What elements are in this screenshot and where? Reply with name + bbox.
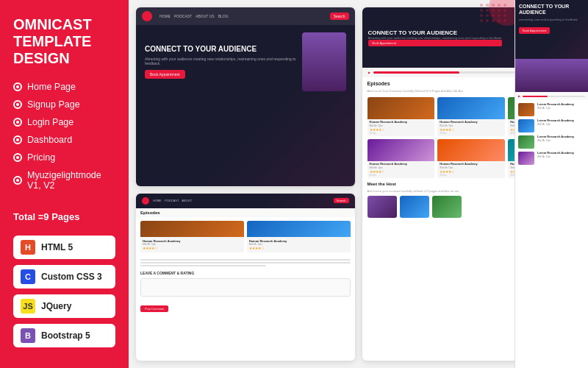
html5-icon: H [21,240,35,255]
ep-grid-meta-5: 40 Eps [440,174,503,177]
hero-logo [142,11,152,21]
right-panel: HOME PODCAST ABOUT US BLOG Search CONNEC… [129,0,588,368]
ep-card-info-1: Human Research Academy With Mr. Tyler ★★… [140,237,244,252]
audio-play-icon[interactable]: ▶ [368,71,370,74]
ep-grid-info-5: Human Research Academy With Mr. Tyler ★★… [437,161,505,178]
nav-dot-home [13,82,22,91]
ep-text-block [136,256,355,269]
nav-item-pricing[interactable]: Pricing [13,152,115,163]
rsb-cta[interactable]: Book Appointment [519,27,550,34]
rsb-card-list: Lorem Research Academy With Mr. Tyler Lo… [515,100,588,168]
hero-heading: CONNECT TO YOUR AUDIENCE [145,45,296,54]
ep-card-info-2: Human Research Academy With Mr. Tyler ★★… [247,237,351,252]
ep-line-3 [140,265,266,266]
ep-grid-meta-2: 40 Eps [440,132,503,135]
rsb-card-3: Lorem Research Academy With Mr. Tyler [518,135,585,149]
ep-grid-info-2: Human Research Academy With Mr. Tyler ★★… [437,119,505,136]
rsb-card-sub-3: With Mr. Tyler [537,139,585,142]
ep-card-1: Human Research Academy With Mr. Tyler ★★… [140,221,244,252]
nav-label-login: Login Page [27,117,74,127]
nav-item-myuzi[interactable]: Myuzigelightmode V1, V2 [13,170,115,191]
hero-text: CONNECT TO YOUR AUDIENCE Attracting with… [145,45,296,79]
ep-comment-box[interactable] [140,278,351,297]
ep-nav-header: HOME PODCAST ABOUT Search [136,194,355,208]
badge-css: C Custom CSS 3 [13,265,115,289]
ep-grid-img-2 [437,97,505,119]
tech-badges: H HTML 5 C Custom CSS 3 JS JQuery B Boot… [13,236,115,347]
rsb-card-info-3: Lorem Research Academy With Mr. Tyler [537,135,585,142]
nav-item-signup[interactable]: Signup Page [13,99,115,110]
ep-grid-card-5: Human Research Academy With Mr. Tyler ★★… [437,139,505,178]
nav-dot-dashboard [13,135,22,144]
nav-dot-pricing [13,153,22,162]
host-img-3 [432,196,462,218]
ep-logo [142,197,149,205]
ep-grid-img-1 [368,97,435,119]
big-ep-cta[interactable]: Book Appointment [368,40,503,46]
badge-bootstrap-label: Bootstrap 5 [41,330,90,341]
nav-label-dashboard: Dashboard [27,135,72,145]
rsb-card-img-2 [518,119,534,132]
ep-card-row: Human Research Academy With Mr. Tyler ★★… [136,217,355,256]
hero-nav-links: HOME PODCAST ABOUT US BLOG [159,14,229,18]
preview-container: HOME PODCAST ABOUT US BLOG Search CONNEC… [129,0,588,368]
ep-card-img-1 [140,221,244,237]
badge-js-label: JQuery [41,301,71,311]
ep-card-stars-2: ★★★★☆ [249,246,348,250]
rsb-card-sub-2: With Mr. Tyler [537,123,585,126]
host-img-1 [368,196,397,218]
rsb-sub: connecting ones and responding to feedba… [519,18,584,21]
rsb-card-1: Lorem Research Academy With Mr. Tyler [518,103,585,116]
dots-pattern [480,4,507,22]
rsb-card-sub-4: With Mr. Tyler [537,155,585,158]
nav-list: Home Page Signup Page Login Page Dashboa… [13,82,115,198]
rsb-card-4: Lorem Research Academy With Mr. Tyler [518,152,585,165]
badge-bootstrap: B Bootstrap 5 [13,324,115,347]
ep-nav-about: ABOUT [182,199,192,202]
ep-nav-home: HOME [153,199,162,202]
hero-mockup: HOME PODCAST ABOUT US BLOG Search CONNEC… [136,7,355,186]
big-ep-title: CONNECT TO YOUR AUDIENCE [368,29,503,36]
bootstrap-icon: B [21,328,35,343]
nav-item-login[interactable]: Login Page [13,117,115,127]
big-ep-text: CONNECT TO YOUR AUDIENCE Attracting with… [368,29,503,46]
ep-submit-btn[interactable]: Post Comment [140,305,168,312]
ep-card-stars-1: ★★★★☆ [143,246,242,250]
ep-grid-img-5 [437,139,505,161]
nav-dot-signup [13,100,22,109]
host-img-2 [400,196,429,218]
ep-grid-info-1: Human Research Academy With Mr. Tyler ★★… [368,119,435,136]
hero-person-image [302,32,346,91]
ep-card-2: Human Research Academy With Mr. Tyler ★★… [247,221,351,252]
ep-search-btn: Search [334,198,349,203]
ep-nav-podcast: PODCAST [165,199,179,202]
nav-label-signup: Signup Page [27,99,80,110]
audio-progress-fill [373,71,459,74]
nav-label-myuzi: Myuzigelightmode V1, V2 [27,170,115,191]
ep-grid-card-1: Human Research Academy With Mr. Tyler ★★… [368,97,435,136]
hero-cta-btn[interactable]: Book Appointment [145,70,185,79]
nav-label-home: Home Page [27,82,76,92]
rsb-card-2: Lorem Research Academy With Mr. Tyler [518,119,585,132]
hero-search-btn: Search [330,13,349,20]
ep-section-label: Episodes [136,208,355,217]
hero-content: CONNECT TO YOUR AUDIENCE Attracting with… [136,25,355,99]
rsb-card-info-4: Lorem Research Academy With Mr. Tyler [537,152,585,158]
rsb-hero: CONNECT TO YOUR AUDIENCE connecting ones… [515,0,588,59]
badge-html: H HTML 5 [13,236,115,259]
badge-js: JS JQuery [13,294,115,318]
episodes-mockup: HOME PODCAST ABOUT Search Episodes Human… [136,194,355,361]
nav-link-blog: BLOG [218,14,229,18]
ep-grid-info-4: Human Research Academy With Mr. Tyler ★★… [368,161,435,178]
rsb-play-icon[interactable]: ▶ [518,94,520,98]
nav-item-home[interactable]: Home Page [13,82,115,92]
rsb-progress-fill [523,96,548,97]
comment-label: LEAVE A COMMENT & RATING [140,271,351,275]
nav-item-dashboard[interactable]: Dashboard [13,135,115,145]
ep-line-2 [140,262,351,263]
nav-link-podcast: PODCAST [174,14,192,18]
ep-grid-card-2: Human Research Academy With Mr. Tyler ★★… [437,97,505,136]
rsb-card-img-1 [518,103,534,116]
brand-title: OMNICAST TEMPLATE DESIGN [13,16,115,67]
rsb-audio-bar: ▶ [515,92,588,100]
